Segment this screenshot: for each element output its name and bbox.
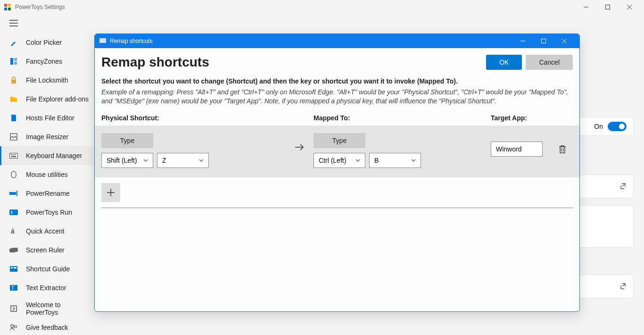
sidebar-item-label: Image Resizer (26, 133, 68, 141)
dialog-example-text: Example of a remapping: Press "Alt+T" an… (95, 88, 579, 106)
svg-rect-21 (11, 171, 16, 178)
delete-mapping-button[interactable] (557, 143, 568, 155)
sidebar-item-image-resizer[interactable]: Image Resizer (0, 127, 94, 146)
text-extractor-icon: T (9, 283, 18, 293)
physical-key-2-select[interactable]: Z (157, 153, 209, 168)
mapped-key-2-value: B (374, 157, 379, 164)
welcome-icon (9, 304, 18, 313)
close-button[interactable] (619, 0, 640, 14)
minimize-button[interactable] (575, 0, 597, 14)
svg-rect-17 (11, 154, 12, 155)
dialog-titlebar: Remap shortcuts (95, 34, 579, 48)
svg-rect-24 (9, 209, 18, 215)
svg-rect-11 (10, 58, 13, 65)
bg-card-2 (577, 205, 634, 248)
cancel-button[interactable]: Cancel (526, 55, 573, 70)
mapped-key-1-select[interactable]: Ctrl (Left) (314, 153, 365, 168)
svg-text:á: á (11, 227, 15, 235)
hosts-file-icon (9, 113, 18, 123)
lock-icon (9, 75, 18, 85)
sidebar-item-label: Keyboard Manager (26, 152, 82, 159)
sidebar-item-powerrename[interactable]: PowerRename (0, 184, 94, 203)
sidebar-item-file-explorer-addons[interactable]: File Explorer add-ons (0, 90, 94, 109)
svg-rect-12 (14, 58, 17, 61)
feedback-icon (9, 323, 18, 332)
mouse-icon (9, 170, 18, 179)
rename-icon (9, 189, 18, 198)
sidebar-item-give-feedback[interactable]: Give feedback (0, 318, 94, 335)
chevron-down-icon (199, 158, 204, 163)
sidebar-item-quick-accent[interactable]: áQuick Accent (0, 222, 94, 241)
accent-icon: á (9, 226, 18, 236)
keyboard-icon (9, 151, 18, 160)
svg-rect-22 (9, 192, 16, 195)
physical-key-1-select[interactable]: Shift (Left) (101, 153, 153, 168)
image-resizer-icon (9, 132, 18, 142)
sidebar-item-label: Give feedback (26, 324, 68, 331)
arrow-right-icon (285, 133, 314, 161)
mapped-key-2-select[interactable]: B (369, 153, 421, 168)
sidebar-item-label: Screen Ruler (26, 246, 65, 254)
svg-rect-26 (9, 248, 18, 252)
add-mapping-button[interactable] (101, 183, 120, 202)
sidebar-item-file-locksmith[interactable]: File Locksmith (0, 71, 94, 90)
sidebar-item-powertoys-run[interactable]: PowerToys Run (0, 203, 94, 222)
ok-button[interactable]: OK (486, 55, 522, 70)
sidebar-item-fancyzones[interactable]: FancyZones (0, 52, 94, 71)
window-titlebar: PowerToys Settings (0, 0, 644, 14)
sidebar-item-label: Text Extractor (26, 284, 66, 292)
svg-rect-27 (10, 266, 17, 272)
sidebar-item-mouse-utilities[interactable]: Mouse utilities (0, 165, 94, 184)
sidebar-item-screen-ruler[interactable]: Screen Ruler (0, 241, 94, 260)
hamburger-menu-button[interactable] (8, 18, 19, 28)
chevron-down-icon (355, 158, 360, 163)
folder-icon (9, 94, 18, 104)
enable-toggle[interactable] (608, 122, 627, 131)
dialog-minimize-button[interactable] (512, 34, 533, 48)
svg-rect-20 (11, 156, 16, 157)
sidebar-item-label: Quick Accent (26, 227, 65, 235)
svg-rect-0 (4, 4, 7, 7)
sidebar-item-keyboard-manager[interactable]: Keyboard Manager (0, 146, 94, 165)
sidebar-item-label: Mouse utilities (26, 171, 68, 178)
sidebar-item-welcome[interactable]: Welcome to PowerToys (0, 299, 94, 318)
svg-point-33 (11, 325, 14, 327)
physical-shortcut-type-button[interactable]: Type (101, 133, 153, 148)
svg-rect-32 (11, 306, 17, 311)
dialog-heading: Remap shortcuts (101, 55, 482, 70)
svg-rect-18 (13, 154, 14, 155)
sidebar-item-text-extractor[interactable]: TText Extractor (0, 278, 94, 297)
fancyzones-icon (9, 57, 18, 66)
svg-point-34 (15, 326, 17, 328)
sidebar-item-hosts-file-editor[interactable]: Hosts File Editor (0, 109, 94, 127)
mapped-to-type-button[interactable]: Type (314, 133, 365, 148)
sidebar-item-label: PowerRename (26, 190, 70, 197)
bg-card-3[interactable] (577, 275, 634, 298)
ruler-icon (9, 245, 18, 255)
column-header-physical-shortcut: Physical Shortcut: (101, 114, 314, 122)
target-app-input[interactable] (491, 142, 543, 157)
svg-rect-3 (8, 8, 11, 10)
sidebar-item-label: File Explorer add-ons (26, 95, 89, 103)
svg-rect-1 (8, 4, 11, 7)
svg-rect-2 (4, 8, 7, 10)
svg-rect-37 (542, 39, 546, 43)
dialog-close-button[interactable] (554, 34, 575, 48)
svg-rect-13 (14, 62, 17, 65)
svg-text:T: T (11, 285, 14, 291)
maximize-button[interactable] (597, 0, 619, 14)
sidebar-item-label: Color Picker (26, 39, 62, 46)
column-header-target-app: Target App: (491, 114, 573, 122)
bg-card-1[interactable] (577, 175, 634, 198)
sidebar-item-color-picker[interactable]: Color Picker (0, 33, 94, 52)
dialog-title: Remap shortcuts (110, 38, 512, 44)
color-picker-icon (9, 38, 18, 47)
toggle-label: On (594, 123, 603, 130)
physical-key-2-value: Z (162, 157, 166, 164)
sidebar-item-label: File Locksmith (26, 76, 68, 84)
mapping-row: Type Shift (Left) Z Type (95, 126, 579, 177)
dialog-description: Select the shortcut you want to change (… (95, 77, 579, 85)
dialog-maximize-button[interactable] (533, 34, 554, 48)
svg-rect-16 (10, 153, 18, 159)
sidebar-item-shortcut-guide[interactable]: Shortcut Guide (0, 260, 94, 278)
